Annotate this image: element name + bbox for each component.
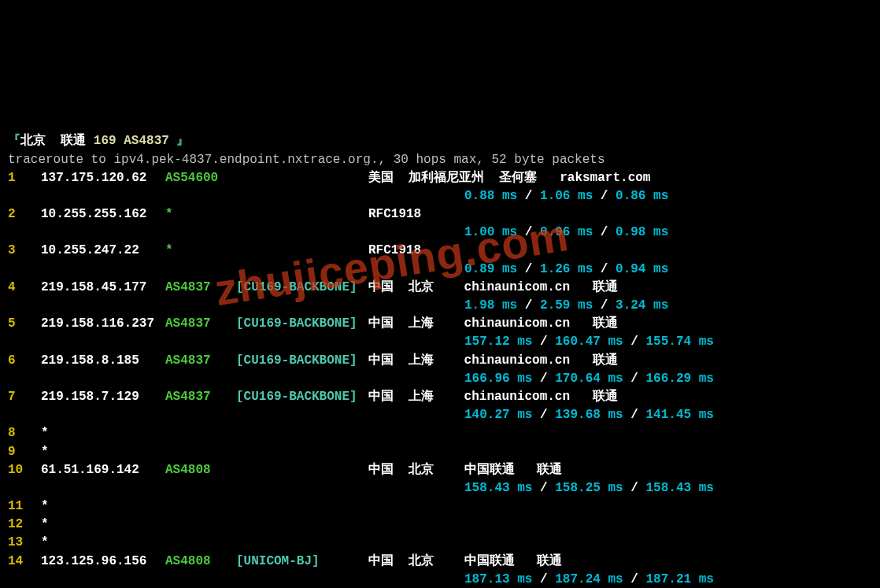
hop-row: 13*: [8, 534, 872, 552]
hop-tag: [UNICOM-BJ]: [236, 553, 368, 571]
latency-value: 0.96 ms: [540, 225, 593, 239]
latency-value: 170.64 ms: [555, 372, 623, 386]
hop-ip: 10.255.255.162: [41, 205, 165, 224]
latency-value: 158.25 ms: [555, 481, 623, 495]
hop-ip: 219.158.45.177: [41, 279, 165, 297]
hop-geo: 中国 北京 chinaunicom.cn 联通: [368, 279, 618, 297]
latency-separator: /: [532, 408, 555, 422]
hop-latency-row: 187.13 ms / 187.24 ms / 187.21 ms: [8, 571, 872, 588]
hop-latency-row: 1.98 ms / 2.59 ms / 3.24 ms: [8, 297, 872, 315]
hop-number: 8: [8, 424, 41, 442]
hop-number: 11: [8, 497, 41, 516]
hop-number: 5: [8, 315, 41, 333]
latency-value: 160.47 ms: [555, 335, 623, 349]
hop-latency-row: 0.89 ms / 1.26 ms / 0.94 ms: [8, 261, 872, 279]
hop-row: 8*: [8, 424, 872, 442]
latency-separator: /: [593, 262, 616, 276]
hop-asn: *: [165, 242, 236, 260]
hop-number: 14: [8, 553, 41, 571]
header-open: 『: [8, 134, 20, 148]
hop-ip: *: [41, 424, 165, 442]
hop-row: 12*: [8, 516, 872, 534]
hop-number: 3: [8, 242, 41, 260]
latency-value: 1.98 ms: [464, 298, 517, 312]
hop-geo: 中国 上海 chinaunicom.cn 联通: [368, 352, 618, 370]
latency-separator: /: [517, 225, 540, 239]
latency-value: 187.13 ms: [464, 572, 532, 586]
latency-value: 155.74 ms: [645, 335, 713, 349]
header-asn: 169 AS4837: [94, 134, 169, 148]
latency-value: 3.24 ms: [616, 298, 668, 312]
latency-value: 187.24 ms: [555, 572, 623, 586]
hop-latency-row: 158.43 ms / 158.25 ms / 158.43 ms: [8, 479, 872, 497]
hop-latency-row: 0.88 ms / 1.06 ms / 0.86 ms: [8, 187, 872, 205]
hop-geo: 中国 北京 中国联通 联通: [368, 553, 562, 571]
hop-number: 10: [8, 461, 41, 479]
latency-value: 0.89 ms: [464, 262, 517, 276]
hop-row: 4219.158.45.177AS4837[CU169-BACKBONE]中国 …: [8, 279, 872, 297]
latency-value: 166.29 ms: [645, 372, 713, 386]
latency-value: 158.43 ms: [464, 481, 532, 495]
latency-separator: /: [593, 189, 616, 203]
latency-value: 141.45 ms: [645, 408, 713, 422]
latency-separator: /: [517, 298, 540, 312]
header-location: 北京 联通: [20, 134, 94, 148]
hop-asn: *: [165, 205, 236, 224]
hops-container: 1137.175.120.62AS54600美国 加利福尼亚州 圣何塞 raks…: [8, 169, 872, 588]
hop-tag: [CU169-BACKBONE]: [236, 279, 368, 297]
latency-value: 157.12 ms: [464, 335, 532, 349]
hop-ip: 137.175.120.62: [41, 169, 165, 187]
hop-ip: *: [41, 534, 165, 552]
header-close: 』: [169, 134, 190, 148]
hop-number: 7: [8, 388, 41, 406]
hop-ip: 219.158.7.129: [41, 388, 165, 406]
hop-number: 6: [8, 352, 41, 370]
hop-ip: 123.125.96.156: [41, 553, 165, 571]
terminal-output: 『北京 联通 169 AS4837 』 traceroute to ipv4.p…: [8, 114, 872, 588]
hop-ip: *: [41, 443, 165, 461]
hop-geo: RFC1918: [368, 242, 421, 260]
hop-number: 9: [8, 443, 41, 461]
latency-separator: /: [517, 189, 540, 203]
latency-separator: /: [623, 335, 646, 349]
hop-tag: [CU169-BACKBONE]: [236, 388, 368, 406]
hop-ip: 10.255.247.22: [41, 242, 165, 260]
latency-value: 2.59 ms: [540, 298, 593, 312]
latency-separator: /: [593, 225, 616, 239]
hop-tag: [CU169-BACKBONE]: [236, 352, 368, 370]
latency-value: 1.26 ms: [540, 262, 593, 276]
hop-asn: AS4837: [165, 388, 236, 406]
hop-asn: AS4837: [165, 315, 236, 333]
latency-value: 139.68 ms: [555, 408, 623, 422]
hop-row: 11*: [8, 497, 872, 516]
hop-asn: AS4837: [165, 279, 236, 297]
hop-asn: AS54600: [165, 169, 236, 187]
latency-value: 187.21 ms: [645, 572, 713, 586]
latency-value: 0.88 ms: [464, 189, 517, 203]
latency-separator: /: [623, 372, 646, 386]
hop-asn: AS4808: [165, 553, 236, 571]
latency-value: 158.43 ms: [645, 481, 713, 495]
hop-asn: AS4837: [165, 352, 236, 370]
command-line: traceroute to ipv4.pek-4837.endpoint.nxt…: [8, 153, 605, 167]
latency-value: 166.96 ms: [464, 372, 532, 386]
latency-separator: /: [532, 481, 555, 495]
latency-value: 0.94 ms: [616, 262, 668, 276]
hop-latency-row: 140.27 ms / 139.68 ms / 141.45 ms: [8, 406, 872, 424]
hop-row: 210.255.255.162*RFC1918: [8, 205, 872, 224]
hop-ip: *: [41, 516, 165, 534]
latency-value: 1.00 ms: [464, 225, 517, 239]
hop-latency-row: 157.12 ms / 160.47 ms / 155.74 ms: [8, 333, 872, 351]
hop-ip: *: [41, 497, 165, 516]
hop-geo: 中国 北京 中国联通 联通: [368, 461, 562, 479]
hop-row: 9*: [8, 443, 872, 461]
hop-geo: 中国 上海 chinaunicom.cn 联通: [368, 315, 618, 333]
hop-row: 14123.125.96.156AS4808[UNICOM-BJ]中国 北京 中…: [8, 553, 872, 571]
latency-separator: /: [593, 298, 616, 312]
hop-row: 1137.175.120.62AS54600美国 加利福尼亚州 圣何塞 raks…: [8, 169, 872, 187]
latency-separator: /: [517, 262, 540, 276]
hop-geo: 美国 加利福尼亚州 圣何塞 raksmart.com: [368, 169, 650, 187]
hop-tag: [CU169-BACKBONE]: [236, 315, 368, 333]
latency-separator: /: [532, 572, 555, 586]
hop-latency-row: 166.96 ms / 170.64 ms / 166.29 ms: [8, 370, 872, 388]
